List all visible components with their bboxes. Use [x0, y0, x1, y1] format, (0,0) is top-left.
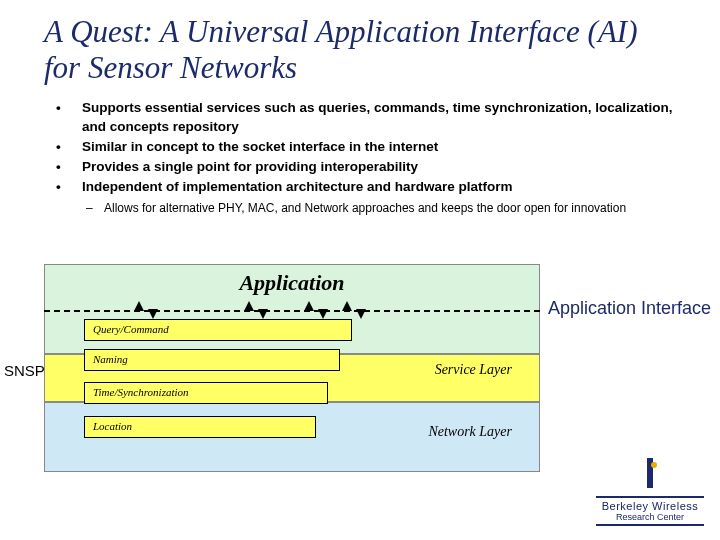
- arrow-up-icon: [304, 301, 314, 311]
- bullet-item: Independent of implementation architectu…: [56, 178, 680, 216]
- sub-bullet-item: Allows for alternative PHY, MAC, and Net…: [82, 200, 680, 216]
- logo-line1: Berkeley Wireless: [596, 500, 704, 512]
- arrow-down-icon: [258, 309, 268, 319]
- application-interface-label: Application Interface: [548, 298, 711, 319]
- arrow-down-icon: [356, 309, 366, 319]
- bullet-text: Independent of implementation architectu…: [82, 179, 513, 194]
- arrow-down-icon: [148, 309, 158, 319]
- naming-box: Naming: [84, 349, 340, 371]
- berkeley-logo: Berkeley Wireless Research Center: [596, 458, 704, 528]
- interface-line: [44, 310, 540, 312]
- location-box: Location: [84, 416, 316, 438]
- arrow-up-icon: [134, 301, 144, 311]
- arrow-up-icon: [342, 301, 352, 311]
- bullet-item: Supports essential services such as quer…: [56, 99, 680, 135]
- snsp-label: SNSP: [4, 362, 45, 379]
- architecture-diagram: Application Service Layer Network Layer …: [44, 264, 540, 496]
- network-layer-label: Network Layer: [428, 424, 512, 440]
- time-sync-box: Time/Synchronization: [84, 382, 328, 404]
- bullet-list: Supports essential services such as quer…: [0, 95, 720, 216]
- arrow-down-icon: [318, 309, 328, 319]
- bullet-item: Similar in concept to the socket interfa…: [56, 138, 680, 156]
- service-layer-label: Service Layer: [435, 362, 512, 378]
- query-command-box: Query/Command: [84, 319, 352, 341]
- application-header: Application: [44, 270, 540, 296]
- campanile-icon: [641, 458, 659, 494]
- bullet-item: Provides a single point for providing in…: [56, 158, 680, 176]
- logo-line2: Research Center: [596, 512, 704, 522]
- slide-title: A Quest: A Universal Application Interfa…: [0, 14, 720, 95]
- arrow-up-icon: [244, 301, 254, 311]
